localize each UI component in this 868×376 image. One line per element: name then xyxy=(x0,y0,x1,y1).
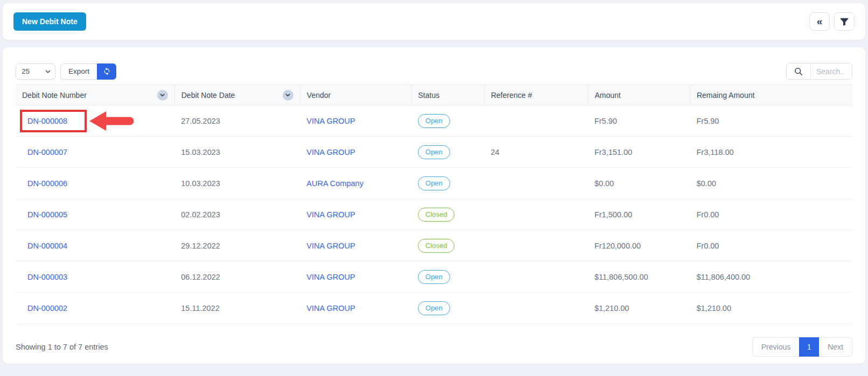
column-header-debit-note-number[interactable]: Debit Note Number xyxy=(16,85,174,105)
export-group: Export xyxy=(60,63,116,80)
debit-note-date-cell: 02.02.2023 xyxy=(174,199,300,230)
column-header-label: Debit Note Date xyxy=(181,91,235,100)
column-header-label: Vendor xyxy=(307,91,331,100)
status-badge: Open xyxy=(418,176,450,190)
status-badge: Open xyxy=(418,145,450,159)
table-controls: 25 Export xyxy=(16,63,852,80)
status-badge: Closed xyxy=(418,239,454,253)
status-badge: Open xyxy=(418,270,450,284)
reference-cell xyxy=(484,230,588,261)
export-button[interactable]: Export xyxy=(60,63,97,80)
table-row: DN-00000610.03.2023AURA CompanyOpen$0.00… xyxy=(16,168,852,199)
controls-left: 25 Export xyxy=(16,63,116,80)
table-row: DN-00000306.12.2022VINA GROUPOpen$11,806… xyxy=(16,261,852,293)
page-size-select[interactable]: 25 xyxy=(16,63,55,80)
amount-cell: Fr5.90 xyxy=(588,105,690,137)
debit-note-link[interactable]: DN-000004 xyxy=(27,242,67,250)
filter-button[interactable] xyxy=(834,12,855,31)
vendor-link[interactable]: VINA GROUP xyxy=(306,117,355,125)
annotation-arrow-icon xyxy=(89,111,135,132)
reference-cell xyxy=(484,293,588,324)
remaining-amount-cell: Fr3,118.00 xyxy=(690,137,852,168)
refresh-icon xyxy=(103,67,111,75)
pagination-current-page-button[interactable]: 1 xyxy=(799,337,819,357)
column-header-debit-note-date[interactable]: Debit Note Date xyxy=(174,85,300,105)
table-header-row: Debit Note NumberDebit Note DateVendorSt… xyxy=(16,85,852,105)
reference-cell xyxy=(484,261,588,293)
chevron-double-left-icon: « xyxy=(817,16,823,26)
status-badge: Closed xyxy=(418,208,454,222)
toolbar-card: New Debit Note « xyxy=(3,3,865,40)
search-icon xyxy=(794,67,803,76)
remaining-amount-cell: Fr5.90 xyxy=(690,105,852,137)
debit-note-link[interactable]: DN-000002 xyxy=(27,304,67,313)
column-header-label: Reference # xyxy=(491,91,532,100)
column-header-label: Debit Note Number xyxy=(22,91,87,100)
amount-cell: Fr1,500.00 xyxy=(588,199,690,230)
debit-note-date-cell: 29.12.2022 xyxy=(174,230,300,261)
column-header-vendor[interactable]: Vendor xyxy=(300,85,411,105)
pagination: Previous 1 Next xyxy=(752,337,852,357)
debit-notes-table: Debit Note NumberDebit Note DateVendorSt… xyxy=(16,84,852,324)
debit-note-date-cell: 15.03.2023 xyxy=(174,137,300,168)
entries-summary: Showing 1 to 7 of 7 entries xyxy=(16,343,108,351)
remaining-amount-cell: Fr0.00 xyxy=(690,199,852,230)
column-header-reference[interactable]: Reference # xyxy=(484,85,588,105)
vendor-link[interactable]: AURA Company xyxy=(306,179,363,188)
amount-cell: Fr120,000.00 xyxy=(588,230,690,261)
debit-note-date-cell: 15.11.2022 xyxy=(174,293,300,324)
vendor-link[interactable]: VINA GROUP xyxy=(306,304,355,313)
pagination-previous-button[interactable]: Previous xyxy=(752,337,799,357)
column-header-status[interactable]: Status xyxy=(411,85,484,105)
debit-note-date-cell: 27.05.2023 xyxy=(174,105,300,137)
remaining-amount-cell: $1,210.00 xyxy=(690,293,852,324)
collapse-button[interactable]: « xyxy=(809,12,830,31)
debit-note-link[interactable]: DN-000006 xyxy=(27,179,67,188)
vendor-link[interactable]: VINA GROUP xyxy=(306,210,355,219)
status-badge: Open xyxy=(418,301,450,315)
reference-cell: 24 xyxy=(484,137,588,168)
amount-cell: $1,210.00 xyxy=(588,293,690,324)
amount-cell: $0.00 xyxy=(588,168,690,199)
pagination-next-button[interactable]: Next xyxy=(819,337,852,357)
column-header-remaing-amount[interactable]: Remaing Amount xyxy=(690,85,852,105)
new-debit-note-button[interactable]: New Debit Note xyxy=(13,12,86,31)
vendor-link[interactable]: VINA GROUP xyxy=(306,273,355,281)
reference-cell xyxy=(484,168,588,199)
table-row: DN-00000827.05.2023VINA GROUPOpenFr5.90F… xyxy=(16,105,852,137)
table-footer: Showing 1 to 7 of 7 entries Previous 1 N… xyxy=(16,337,852,357)
debit-note-link[interactable]: DN-000005 xyxy=(27,210,67,219)
table-card: 25 Export xyxy=(3,47,865,364)
debit-note-link[interactable]: DN-000007 xyxy=(27,148,67,157)
page-size-select-wrap: 25 xyxy=(16,63,55,80)
amount-cell: $11,806,500.00 xyxy=(588,261,690,293)
search-group xyxy=(786,63,852,80)
sort-chevron-icon[interactable] xyxy=(157,90,168,101)
table-row: DN-00000215.11.2022VINA GROUPOpen$1,210.… xyxy=(16,293,852,324)
remaining-amount-cell: $0.00 xyxy=(690,168,852,199)
debit-note-date-cell: 10.03.2023 xyxy=(174,168,300,199)
column-header-label: Amount xyxy=(594,91,620,100)
debit-note-link[interactable]: DN-000008 xyxy=(27,117,67,125)
debit-note-link[interactable]: DN-000003 xyxy=(27,273,67,281)
toolbar-right: « xyxy=(809,12,855,31)
status-badge: Open xyxy=(418,114,450,128)
column-header-amount[interactable]: Amount xyxy=(588,85,690,105)
refresh-button[interactable] xyxy=(97,63,116,80)
reference-cell xyxy=(484,199,588,230)
search-button[interactable] xyxy=(787,63,811,79)
column-header-label: Remaing Amount xyxy=(697,91,754,100)
search-input[interactable] xyxy=(811,63,852,79)
vendor-link[interactable]: VINA GROUP xyxy=(306,242,355,250)
vendor-link[interactable]: VINA GROUP xyxy=(306,148,355,157)
filter-icon xyxy=(840,18,849,26)
column-header-label: Status xyxy=(418,91,440,100)
table-row: DN-00000715.03.2023VINA GROUPOpen24Fr3,1… xyxy=(16,137,852,168)
amount-cell: Fr3,151.00 xyxy=(588,137,690,168)
table-row: DN-00000429.12.2022VINA GROUPClosedFr120… xyxy=(16,230,852,261)
sort-chevron-icon[interactable] xyxy=(283,90,293,101)
debit-note-date-cell: 06.12.2022 xyxy=(174,261,300,293)
remaining-amount-cell: $11,806,400.00 xyxy=(690,261,852,293)
reference-cell xyxy=(484,105,588,137)
table-row: DN-00000502.02.2023VINA GROUPClosedFr1,5… xyxy=(16,199,852,230)
